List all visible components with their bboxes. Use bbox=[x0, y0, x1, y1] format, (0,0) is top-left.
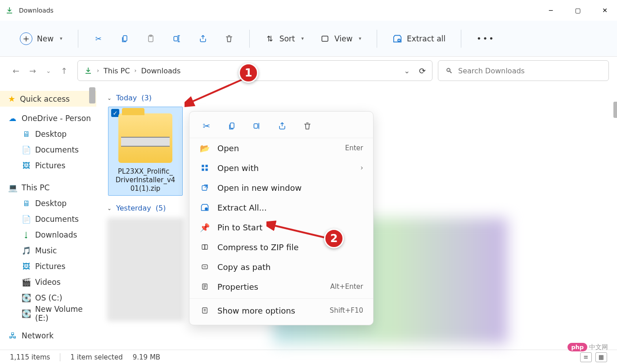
forward-button[interactable]: → bbox=[29, 66, 36, 76]
sidebar-new-volume[interactable]: 💽 New Volume (E:) bbox=[0, 306, 96, 321]
nav-arrows: ← → ⌄ ↑ bbox=[8, 66, 72, 76]
ctx-shortcut: Alt+Enter bbox=[330, 283, 363, 291]
rename-button[interactable] bbox=[166, 28, 188, 49]
group-today[interactable]: ⌄ Today (3) bbox=[107, 94, 606, 102]
context-compress[interactable]: Compress to ZIP file bbox=[189, 237, 373, 257]
sidebar-music[interactable]: 🎵 Music bbox=[0, 243, 96, 258]
sidebar-item-label: New Volume (E:) bbox=[35, 305, 96, 323]
sidebar-item-label: Music bbox=[35, 246, 57, 255]
minimize-button[interactable]: ─ bbox=[544, 4, 558, 17]
delete-button[interactable] bbox=[218, 28, 240, 49]
extract-label: Extract all bbox=[407, 34, 446, 43]
zip-folder-icon bbox=[118, 113, 172, 163]
more-button[interactable]: ••• bbox=[470, 28, 501, 49]
toolbar: + New ▾ ✂ ⇅ Sort ▾ View ▾ Extract all ••… bbox=[0, 21, 617, 57]
context-copy-path[interactable]: Copy as path bbox=[189, 257, 373, 277]
more-icon bbox=[199, 305, 210, 316]
file-name-line: PL23XX_Prolific_ bbox=[111, 167, 180, 176]
status-separator bbox=[60, 353, 60, 361]
sidebar-pictures2[interactable]: 🖼 Pictures bbox=[0, 258, 96, 274]
chevron-right-icon: › bbox=[97, 67, 99, 74]
sidebar-os-c[interactable]: 💽 OS (C:) bbox=[0, 290, 96, 306]
rename-icon bbox=[172, 34, 182, 44]
close-button[interactable]: ✕ bbox=[598, 4, 612, 17]
cut-icon[interactable]: ✂ bbox=[200, 120, 213, 132]
details-view-button[interactable]: ≡ bbox=[580, 352, 592, 362]
context-extract-all[interactable]: Extract All... bbox=[189, 198, 373, 217]
sidebar-network[interactable]: 🖧 Network bbox=[0, 328, 96, 343]
ctx-label: Open with bbox=[217, 163, 259, 173]
downloads-icon: ⭣ bbox=[22, 230, 31, 239]
view-toggles: ≡ ▦ bbox=[580, 352, 607, 362]
copy-icon bbox=[120, 34, 130, 44]
ctx-label: Properties bbox=[217, 282, 258, 292]
copy-icon[interactable] bbox=[225, 120, 238, 132]
file-name-line: 01(1).zip bbox=[111, 184, 180, 193]
breadcrumb-segment[interactable]: Downloads bbox=[141, 67, 180, 75]
file-name-line: DriverInstaller_v4 bbox=[111, 176, 180, 184]
svg-rect-6 bbox=[230, 123, 234, 128]
plus-icon: + bbox=[20, 32, 32, 45]
sidebar-item-label: OneDrive - Person bbox=[22, 114, 91, 123]
context-open[interactable]: 📂 Open Enter bbox=[189, 138, 373, 158]
sidebar-scrollbar[interactable] bbox=[89, 87, 95, 103]
pin-icon: 📌 bbox=[199, 222, 210, 233]
view-icon bbox=[320, 34, 330, 44]
file-thumbnail[interactable] bbox=[107, 218, 184, 321]
sidebar-downloads[interactable]: ⭣ Downloads bbox=[0, 227, 96, 243]
cut-button[interactable]: ✂ bbox=[87, 28, 110, 49]
ctx-label: Copy as path bbox=[217, 262, 270, 272]
copy-button[interactable] bbox=[113, 28, 136, 49]
sidebar-documents[interactable]: 📄 Documents bbox=[0, 142, 96, 157]
extract-icon bbox=[392, 34, 402, 44]
music-icon: 🎵 bbox=[22, 246, 31, 255]
context-pin-to-start[interactable]: 📌 Pin to Start bbox=[189, 217, 373, 237]
search-input[interactable]: 🔍︎ Search Downloads bbox=[438, 60, 609, 81]
trash-icon[interactable] bbox=[301, 120, 314, 132]
new-button[interactable]: + New ▾ bbox=[14, 28, 69, 49]
tiles-view-button[interactable]: ▦ bbox=[595, 352, 607, 362]
rename-icon[interactable] bbox=[251, 120, 263, 132]
sidebar-item-label: Quick access bbox=[20, 94, 70, 103]
context-show-more[interactable]: Show more options Shift+F10 bbox=[189, 301, 373, 320]
context-properties[interactable]: Properties Alt+Enter bbox=[189, 277, 373, 297]
sort-button[interactable]: ⇅ Sort ▾ bbox=[259, 28, 310, 49]
history-chevron[interactable]: ⌄ bbox=[46, 67, 51, 74]
share-button[interactable] bbox=[192, 28, 214, 49]
refresh-button[interactable]: ⟳ bbox=[419, 66, 426, 76]
share-icon[interactable] bbox=[276, 120, 288, 132]
breadcrumb-segment[interactable]: This PC bbox=[104, 67, 130, 75]
sidebar-desktop[interactable]: 🖥 Desktop bbox=[0, 126, 96, 142]
svg-rect-4 bbox=[322, 36, 328, 41]
sidebar-item-label: Documents bbox=[35, 145, 79, 154]
downloads-icon bbox=[5, 6, 14, 14]
downloads-icon bbox=[84, 67, 92, 75]
sidebar-onedrive[interactable]: ☁ OneDrive - Person bbox=[0, 110, 96, 126]
extract-all-button[interactable]: Extract all bbox=[386, 28, 452, 49]
sidebar-item-label: This PC bbox=[22, 183, 50, 192]
back-button[interactable]: ← bbox=[13, 66, 19, 76]
context-open-new-window[interactable]: Open in new window bbox=[189, 178, 373, 198]
maximize-button[interactable]: ▢ bbox=[571, 4, 585, 17]
paste-button[interactable] bbox=[140, 28, 162, 49]
file-name: PL23XX_Prolific_ DriverInstaller_v4 01(1… bbox=[111, 167, 180, 193]
breadcrumb-chevron[interactable]: ⌄ bbox=[404, 67, 410, 75]
sidebar-pictures[interactable]: 🖼 Pictures bbox=[0, 157, 96, 173]
search-placeholder: Search Downloads bbox=[458, 67, 525, 75]
ctx-label: Show more options bbox=[217, 306, 295, 315]
selected-file[interactable]: ✓ PL23XX_Prolific_ DriverInstaller_v4 01… bbox=[108, 107, 183, 196]
sort-icon: ⇅ bbox=[265, 34, 275, 44]
content-scrollbar[interactable] bbox=[613, 102, 617, 118]
sidebar-desktop2[interactable]: 🖥 Desktop bbox=[0, 195, 96, 211]
svg-rect-8 bbox=[202, 165, 204, 167]
view-button[interactable]: View ▾ bbox=[314, 28, 368, 49]
sidebar-videos[interactable]: 🎬 Videos bbox=[0, 274, 96, 290]
sidebar-this-pc[interactable]: 💻 This PC bbox=[0, 180, 96, 195]
sidebar-documents2[interactable]: 📄 Documents bbox=[0, 211, 96, 227]
desktop-icon: 🖥 bbox=[22, 199, 31, 208]
context-open-with[interactable]: Open with › bbox=[189, 158, 373, 178]
extract-icon bbox=[199, 202, 210, 213]
group-name: Today bbox=[116, 94, 137, 102]
up-button[interactable]: ↑ bbox=[61, 66, 68, 76]
sidebar-quick-access[interactable]: ★ Quick access bbox=[0, 91, 96, 107]
